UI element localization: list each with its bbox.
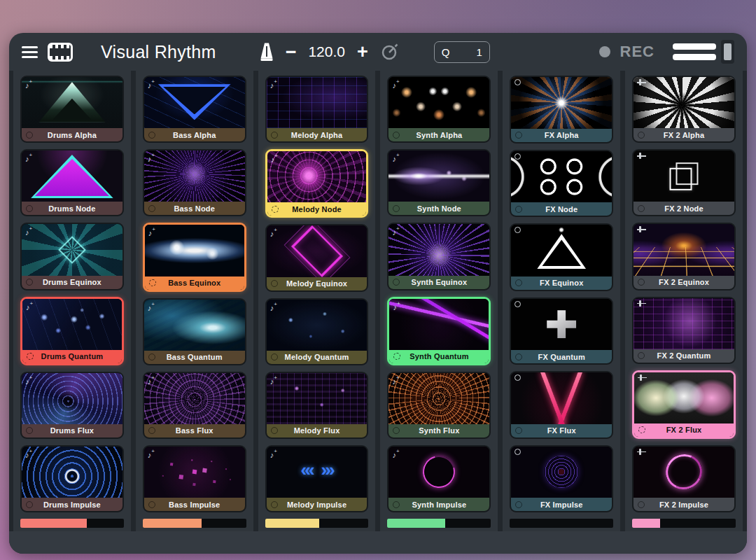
clip-fx-quantum[interactable]: FX Quantum [510,298,613,365]
clip-melody-node[interactable]: Melody Node [265,149,369,218]
film-clip-icon[interactable] [48,43,73,62]
loop-indicator-icon[interactable] [515,501,522,508]
clip-synth-flux[interactable]: Synth Flux [387,372,491,439]
loop-indicator-icon[interactable] [515,132,522,139]
tap-tempo-dial-icon[interactable] [380,43,399,62]
clip-label: Melody Node [267,202,367,216]
clip-synth-equinox[interactable]: Synth Equinox [387,223,491,290]
clip-fx-2-node[interactable]: FX 2 Node [632,149,736,216]
clip-drums-quantum[interactable]: Drums Quantum [20,297,124,365]
loop-indicator-icon[interactable] [148,132,155,139]
loop-indicator-icon[interactable] [271,354,278,360]
clip-fx-2-alpha[interactable]: FX 2 Alpha [632,76,736,143]
loop-indicator-icon[interactable] [271,132,278,139]
loop-indicator-icon[interactable] [148,427,155,434]
loop-indicator-icon[interactable] [26,205,33,212]
loop-indicator-icon[interactable] [515,354,522,360]
clip-bass-quantum[interactable]: Bass Quantum [143,298,246,365]
note-icon [25,79,32,90]
clip-melody-flux[interactable]: Melody Flux [265,372,369,439]
clip-synth-alpha[interactable]: Synth Alpha [387,76,491,143]
clip-fx-flux[interactable]: FX Flux [510,371,613,439]
loop-indicator-icon[interactable] [148,354,155,360]
clip-name: FX Equinox [540,279,584,287]
clip-melody-equinox[interactable]: Melody Equinox [265,224,369,291]
clip-thumbnail [267,225,368,276]
tempo-value[interactable]: 120.0 [308,43,345,60]
loop-indicator-icon[interactable] [393,205,400,212]
menu-icon[interactable] [22,43,38,61]
column-bass: Bass AlphaBass NodeBass EquinoxBass Quan… [136,71,253,531]
clip-drums-node[interactable]: Drums Node [20,149,124,216]
master-fader[interactable] [673,40,734,64]
clip-bass-alpha[interactable]: Bass Alpha [143,76,246,143]
clip-name: Bass Equinox [168,279,220,287]
loop-indicator-icon[interactable] [148,205,155,212]
loop-indicator-icon[interactable] [26,501,33,508]
clip-bass-equinox[interactable]: Bass Equinox [143,223,246,291]
loop-indicator-icon[interactable] [26,132,33,139]
loop-indicator-icon[interactable] [26,279,33,286]
clip-fx-equinox[interactable]: FX Equinox [510,223,613,291]
note-icon [392,153,399,164]
clip-thumbnail [634,150,734,202]
loop-indicator-icon[interactable] [271,427,278,434]
clip-drums-impulse[interactable]: Drums Impulse [20,445,124,512]
loop-indicator-icon[interactable] [271,501,278,508]
loop-indicator-icon[interactable] [271,280,278,287]
clip-melody-alpha[interactable]: Melody Alpha [265,76,369,143]
record-button[interactable]: REC [599,43,654,61]
clip-synth-quantum[interactable]: Synth Quantum [387,297,491,365]
clip-fx-node[interactable]: FX Node [510,150,613,218]
clip-name: Bass Flux [176,426,214,435]
loop-indicator-icon[interactable] [27,353,34,360]
quantize-box[interactable]: Q 1 [434,41,490,63]
loop-indicator-icon[interactable] [393,353,400,360]
clip-fx-2-quantum[interactable]: FX 2 Quantum [632,297,736,364]
note-icon [148,227,155,238]
loop-indicator-icon[interactable] [515,279,522,286]
clip-label: Melody Quantum [267,351,368,364]
clip-melody-impulse[interactable]: Melody Impulse [265,445,369,512]
loop-indicator-icon[interactable] [393,132,400,139]
loop-indicator-icon[interactable] [148,501,155,508]
clip-fx-2-equinox[interactable]: FX 2 Equinox [632,223,736,290]
clip-fx-2-flux[interactable]: FX 2 Flux [632,370,736,439]
clip-fx-2-impulse[interactable]: FX 2 Impulse [632,445,736,512]
tempo-controls: − 120.0 + [260,42,399,62]
loop-indicator-icon[interactable] [515,427,522,434]
loop-indicator-icon[interactable] [638,279,645,286]
loop-indicator-icon[interactable] [638,352,645,359]
clip-drums-equinox[interactable]: Drums Equinox [20,223,124,290]
clip-melody-quantum[interactable]: Melody Quantum [265,298,369,365]
column-melody: Melody AlphaMelody NodeMelody EquinoxMel… [258,71,376,531]
clip-name: FX Flux [547,426,576,435]
clip-grid: Drums AlphaDrums NodeDrums EquinoxDrums … [9,71,747,531]
fader-knob-icon[interactable] [721,40,734,64]
tempo-plus-button[interactable]: + [356,43,370,62]
clip-bass-node[interactable]: Bass Node [143,149,246,216]
loop-indicator-icon[interactable] [638,501,645,508]
metronome-icon[interactable] [260,42,274,62]
note-icon [270,449,277,460]
loop-indicator-icon[interactable] [149,279,156,286]
clip-drums-alpha[interactable]: Drums Alpha [20,76,124,143]
loop-indicator-icon[interactable] [638,132,645,139]
clip-fx-impulse[interactable]: FX Impulse [510,445,613,513]
clip-fx-alpha[interactable]: FX Alpha [510,76,613,144]
clip-bass-flux[interactable]: Bass Flux [143,372,246,439]
clip-thumbnail [634,372,734,424]
loop-indicator-icon[interactable] [638,426,645,433]
loop-indicator-icon[interactable] [393,279,400,286]
loop-indicator-icon[interactable] [272,206,279,213]
loop-indicator-icon[interactable] [26,427,33,434]
loop-indicator-icon[interactable] [393,427,400,434]
loop-indicator-icon[interactable] [515,206,522,213]
clip-bass-impulse[interactable]: Bass Impulse [143,445,246,512]
clip-synth-impulse[interactable]: Synth Impulse [387,445,491,512]
loop-indicator-icon[interactable] [393,501,400,508]
clip-synth-node[interactable]: Synth Node [387,149,491,216]
loop-indicator-icon[interactable] [638,205,645,212]
tempo-minus-button[interactable]: − [284,43,298,62]
clip-drums-flux[interactable]: Drums Flux [20,372,124,439]
